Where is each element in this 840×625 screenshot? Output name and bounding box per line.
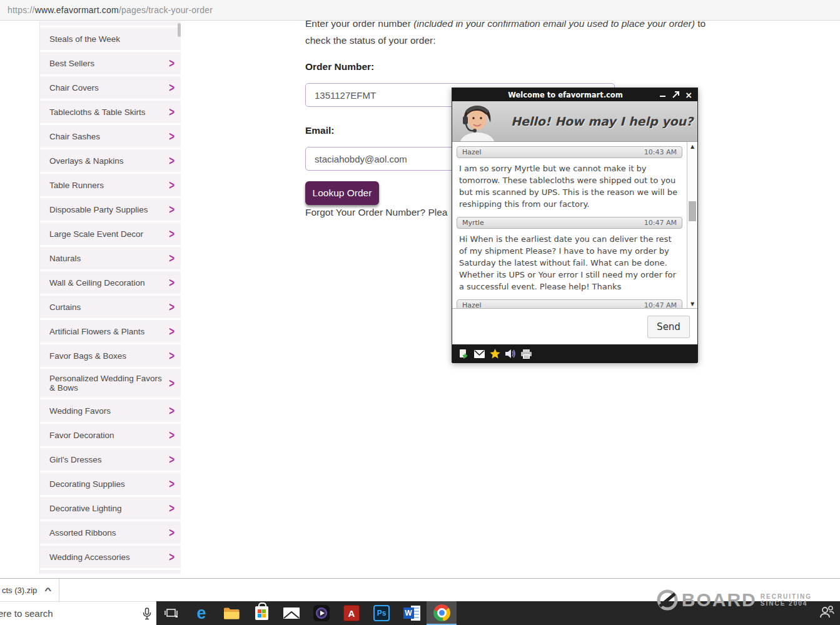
sidebar-item[interactable]: Disposable Party Supplies>: [40, 198, 181, 221]
sidebar-item-label: Wedding Favors: [49, 406, 111, 416]
sidebar-item[interactable]: Large Scale Event Decor>: [40, 222, 181, 245]
sidebar-item-label: Decorative Lighting: [49, 504, 122, 513]
chat-header[interactable]: Welcome to efavormart.com ×: [452, 88, 697, 101]
browser-url-bar[interactable]: https://www.efavormart.com/pages/track-y…: [0, 0, 840, 21]
sidebar-item[interactable]: Decorative Lighting>: [40, 497, 181, 519]
sidebar-item-label: Naturals: [49, 254, 81, 263]
sidebar-item[interactable]: Overlays & Napkins>: [40, 149, 181, 172]
chevron-right-icon: >: [169, 178, 175, 192]
chat-message-header: Hazel10:43 AM: [457, 146, 682, 158]
scroll-up-icon[interactable]: ▲: [687, 142, 697, 151]
chat-greeting: Hello! How may I help you?: [511, 114, 693, 128]
chevron-up-icon[interactable]: ^: [44, 586, 51, 595]
chevron-right-icon: >: [169, 549, 175, 564]
taskbar-search[interactable]: ere to search: [0, 601, 156, 625]
sidebar-item-label: Best Sellers: [49, 59, 94, 68]
sidebar-item-label: Disposable Party Supplies: [49, 205, 148, 214]
sidebar-item[interactable]: Assorted Ribbons>: [40, 521, 181, 544]
microphone-icon[interactable]: [143, 608, 151, 620]
sidebar-item[interactable]: Tablecloths & Table Skirts>: [40, 101, 181, 123]
task-view-button[interactable]: [156, 601, 186, 625]
taskbar-mail-icon[interactable]: [276, 601, 306, 625]
sidebar-item-label: Overlays & Napkins: [49, 156, 124, 166]
scroll-down-icon[interactable]: ▼: [687, 299, 697, 308]
order-number-label: Order Number:: [305, 61, 374, 72]
chat-message-input[interactable]: [456, 314, 637, 340]
taskbar-media-player-icon[interactable]: [306, 601, 337, 625]
chevron-right-icon: >: [169, 129, 175, 143]
chevron-right-icon: >: [169, 376, 175, 390]
sidebar-item[interactable]: Table Runners>: [40, 174, 181, 196]
sidebar-scrollbar-thumb[interactable]: [178, 23, 181, 37]
chat-message-area: Hazel10:43 AMI am so sorry Myrtle but we…: [452, 142, 697, 308]
sidebar-item-label: Decorating Supplies: [49, 479, 125, 489]
scrollbar-thumb[interactable]: [689, 201, 696, 221]
sidebar-item-label: Table Runners: [49, 181, 104, 190]
sidebar-item[interactable]: Personalized Wedding Favors & Bows>: [40, 369, 181, 398]
chevron-right-icon: >: [169, 202, 175, 216]
search-placeholder-text: ere to search: [0, 608, 53, 619]
sidebar-clipped-item: [40, 21, 181, 26]
intro-text-line2: check the status of your order:: [305, 35, 436, 46]
sidebar-item[interactable]: Wedding Favors>: [40, 399, 181, 422]
sidebar-item-label: Chair Sashes: [49, 132, 100, 141]
taskbar-edge-icon[interactable]: e: [186, 601, 216, 625]
sidebar-item-label: Artificial Flowers & Plants: [49, 327, 144, 336]
sidebar-item[interactable]: Best Sellers>: [40, 52, 181, 74]
sidebar-item[interactable]: Naturals>: [40, 247, 181, 269]
chevron-right-icon: >: [169, 226, 175, 241]
taskbar-chrome-icon[interactable]: [427, 601, 457, 625]
sidebar-item[interactable]: Curtains>: [40, 296, 181, 318]
sidebar-item-label: Tablecloths & Table Skirts: [49, 108, 146, 117]
taskbar-microsoft-store-icon[interactable]: [246, 601, 276, 625]
lookup-order-button[interactable]: Lookup Order: [305, 181, 379, 205]
chat-input-row: Send: [452, 308, 697, 344]
email-icon[interactable]: [473, 348, 485, 359]
taskbar-file-explorer-icon[interactable]: [216, 601, 246, 625]
minimize-icon[interactable]: [659, 91, 666, 99]
sidebar-item-label: Steals of the Week: [49, 34, 120, 44]
chevron-right-icon: >: [169, 275, 175, 289]
sidebar-item-label: Curtains: [49, 302, 81, 312]
sidebar-item[interactable]: Wedding Accessories>: [40, 546, 181, 568]
taskbar-photoshop-icon[interactable]: Ps: [367, 601, 397, 625]
star-rating-icon[interactable]: [489, 348, 500, 359]
sidebar-item-label: Personalized Wedding Favors & Bows: [49, 374, 164, 392]
send-button[interactable]: Send: [647, 316, 690, 338]
sidebar-item-label: Favor Decoration: [49, 431, 114, 440]
close-icon[interactable]: ×: [685, 91, 692, 99]
chevron-right-icon: >: [169, 403, 175, 418]
chevron-right-icon: >: [169, 299, 175, 314]
file-transfer-icon[interactable]: [458, 348, 469, 359]
sidebar-item[interactable]: Favor Bags & Boxes>: [40, 344, 181, 367]
people-icon: [819, 605, 835, 619]
download-item[interactable]: cts (3).zip ^: [0, 579, 59, 602]
sidebar-item-label: Assorted Ribbons: [49, 528, 116, 538]
taskbar-word-icon[interactable]: W: [397, 601, 427, 625]
chevron-right-icon: >: [169, 324, 175, 338]
chat-message-header: Hazel10:47 AM: [457, 299, 682, 308]
chevron-right-icon: >: [169, 452, 175, 466]
sidebar-item[interactable]: Decorating Supplies>: [40, 472, 181, 495]
sidebar-item[interactable]: Chair Sashes>: [40, 125, 181, 148]
sidebar-item-label: Favor Bags & Boxes: [49, 351, 126, 361]
sidebar-item-label: Large Scale Event Decor: [49, 229, 143, 239]
chat-message-text: Hi When is the earliest date you can del…: [459, 233, 679, 292]
popout-icon[interactable]: [672, 91, 679, 99]
chat-sender-name: Hazel: [462, 301, 482, 308]
chat-scrollbar[interactable]: ▲ ▼: [687, 142, 697, 308]
sidebar-item-label: Chair Covers: [49, 83, 99, 92]
sidebar-item[interactable]: Artificial Flowers & Plants>: [40, 320, 181, 342]
sidebar-item[interactable]: Steals of the Week: [40, 28, 181, 50]
sidebar-item[interactable]: Wall & Ceiling Decoration>: [40, 271, 181, 294]
sound-icon[interactable]: [505, 348, 516, 359]
chat-message-header: Myrtle10:47 AM: [457, 217, 682, 229]
chevron-right-icon: >: [169, 525, 175, 539]
sidebar-item[interactable]: Chair Covers>: [40, 76, 181, 99]
sidebar-item[interactable]: Favor Decoration>: [40, 424, 181, 446]
chevron-right-icon: >: [169, 153, 175, 168]
chat-message-time: 10:43 AM: [644, 148, 677, 156]
print-icon[interactable]: [520, 348, 532, 359]
sidebar-item[interactable]: Girl's Dresses>: [40, 448, 181, 471]
taskbar-acrobat-icon[interactable]: A: [337, 601, 367, 625]
